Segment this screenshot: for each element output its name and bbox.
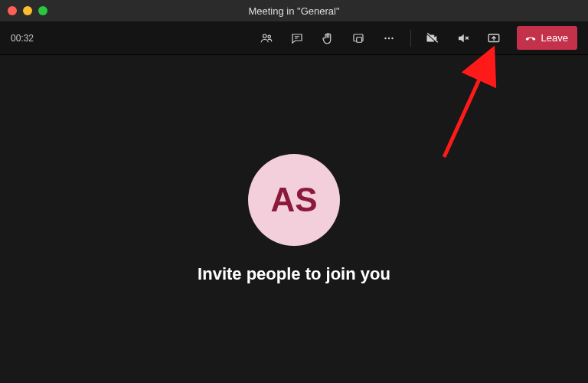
toolbar-separator [410, 30, 411, 47]
avatar-initials: AS [270, 181, 317, 219]
camera-off-icon [426, 31, 439, 45]
camera-toggle-button[interactable] [420, 26, 445, 51]
raise-hand-button[interactable] [315, 26, 340, 51]
ellipsis-icon [382, 31, 396, 45]
leave-label: Leave [541, 32, 568, 44]
share-screen-icon [487, 31, 501, 45]
share-screen-button[interactable] [482, 26, 506, 51]
leave-button[interactable]: Leave [517, 26, 577, 50]
svg-point-5 [387, 37, 389, 38]
svg-rect-3 [356, 37, 361, 42]
meeting-toolbar: 00:32 [0, 21, 588, 55]
chat-icon [290, 31, 304, 45]
participants-button[interactable] [254, 26, 279, 51]
hang-up-icon [524, 31, 537, 45]
invite-prompt: Invite people to join you [198, 264, 390, 284]
svg-point-6 [391, 37, 393, 38]
more-actions-button[interactable] [377, 26, 401, 51]
window-titlebar: Meeting in "General" [0, 0, 588, 21]
rooms-icon [351, 31, 365, 45]
people-icon [260, 31, 273, 45]
meeting-timer: 00:32 [11, 33, 34, 44]
meeting-stage: AS Invite people to join you [0, 55, 588, 383]
window-title: Meeting in "General" [0, 5, 588, 17]
speaker-muted-icon [456, 31, 470, 45]
hand-icon [321, 31, 335, 45]
mic-toggle-button[interactable] [451, 26, 475, 51]
participant-avatar: AS [248, 154, 340, 246]
svg-point-0 [263, 34, 266, 38]
svg-point-4 [384, 37, 386, 38]
rooms-button[interactable] [346, 26, 371, 51]
svg-point-1 [268, 35, 270, 38]
chat-button[interactable] [285, 26, 309, 51]
